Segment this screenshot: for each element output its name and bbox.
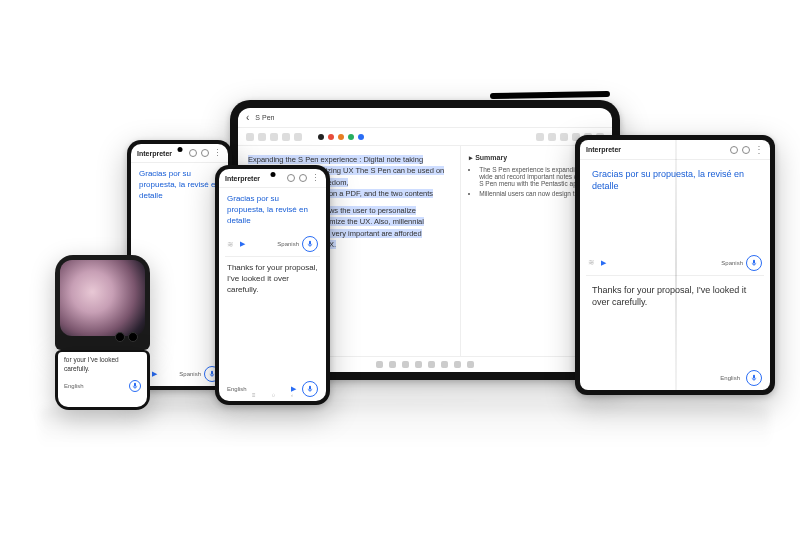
header-icon[interactable] (189, 149, 197, 157)
source-language-pill[interactable]: Spanish (179, 366, 220, 382)
home-icon[interactable]: ○ (271, 392, 275, 398)
flip-phone-lower: for your I've looked carefully. English (55, 350, 150, 410)
target-controls: English (58, 378, 147, 394)
waveform-icon[interactable]: ≋ (227, 240, 234, 249)
more-icon[interactable]: ⋮ (754, 144, 764, 155)
android-nav-bar: ≡ ○ ‹ (219, 391, 326, 399)
header-icon[interactable] (299, 174, 307, 182)
pen-color-black[interactable] (318, 134, 324, 140)
source-controls: ≋ ▶ Spanish (219, 232, 326, 256)
phone-screen: Interpreter ⋮ Gracias por su propuesta, … (219, 169, 326, 401)
header-icon[interactable] (730, 146, 738, 154)
pen-color-green[interactable] (348, 134, 354, 140)
footer-tool-icon[interactable] (428, 361, 435, 368)
tool-icon[interactable] (270, 133, 278, 141)
footer-tool-icon[interactable] (389, 361, 396, 368)
app-title: Interpreter (586, 146, 726, 153)
original-text: Thanks for your proposal, I've looked it… (219, 257, 326, 301)
waveform-icon[interactable]: ≋ (588, 258, 595, 267)
language-label: English (64, 383, 84, 389)
tool-icon[interactable] (560, 133, 568, 141)
mic-button[interactable] (746, 370, 762, 386)
footer-tool-icon[interactable] (454, 361, 461, 368)
pen-color-red[interactable] (328, 134, 334, 140)
footer-tool-icon[interactable] (376, 361, 383, 368)
header-icon[interactable] (201, 149, 209, 157)
back-nav-icon[interactable]: ‹ (291, 392, 293, 398)
translated-text: Gracias por su propuesta, la revisé en d… (219, 188, 326, 232)
footer-tool-icon[interactable] (441, 361, 448, 368)
language-label: Spanish (277, 241, 299, 247)
tool-icon[interactable] (536, 133, 544, 141)
language-label: Spanish (721, 260, 743, 266)
tool-icon[interactable] (246, 133, 254, 141)
phone-device: Interpreter ⋮ Gracias por su propuesta, … (215, 165, 330, 405)
tool-icon[interactable] (548, 133, 556, 141)
fold-phone-device: Interpreter ⋮ Gracias por su propuesta, … (575, 135, 775, 395)
pen-color-blue[interactable] (358, 134, 364, 140)
header-icon[interactable] (742, 146, 750, 154)
header-icon[interactable] (287, 174, 295, 182)
camera-punch-hole (270, 172, 275, 177)
tool-icon[interactable] (258, 133, 266, 141)
language-label: Spanish (179, 371, 201, 377)
source-language-pill[interactable]: Spanish (277, 236, 318, 252)
footer-tool-icon[interactable] (415, 361, 422, 368)
footer-tool-icon[interactable] (467, 361, 474, 368)
play-icon[interactable]: ▶ (152, 370, 157, 378)
tablet-toolbar (238, 128, 612, 146)
recents-icon[interactable]: ≡ (252, 392, 256, 398)
tool-icon[interactable] (282, 133, 290, 141)
more-icon[interactable]: ⋮ (213, 148, 222, 158)
tablet-title-bar: ‹ S Pen (238, 108, 612, 128)
target-language-pill[interactable]: English (64, 383, 84, 389)
product-lineup-stage: ‹ S Pen (0, 0, 800, 533)
mic-button[interactable] (302, 236, 318, 252)
mic-button[interactable] (129, 380, 141, 392)
play-icon[interactable]: ▶ (240, 240, 245, 248)
reflection (40, 400, 770, 470)
language-label: English (720, 375, 740, 381)
original-text-partial: for your I've looked carefully. (58, 352, 147, 378)
translated-text: Gracias por su propuesta, la revisé en d… (131, 163, 228, 207)
play-icon[interactable]: ▶ (601, 259, 606, 267)
flip-lower-screen: for your I've looked carefully. English (58, 352, 147, 407)
mic-button[interactable] (746, 255, 762, 271)
fold-crease (675, 140, 677, 390)
more-icon[interactable]: ⋮ (311, 173, 320, 183)
cover-screen-wallpaper (60, 260, 145, 336)
source-language-pill[interactable]: Spanish (721, 255, 762, 271)
camera-punch-hole (177, 147, 182, 152)
footer-tool-icon[interactable] (402, 361, 409, 368)
tool-icon[interactable] (294, 133, 302, 141)
back-icon[interactable]: ‹ (246, 112, 249, 123)
s-pen-stylus (490, 91, 610, 99)
flip-camera-module (115, 332, 138, 342)
pen-color-orange[interactable] (338, 134, 344, 140)
note-title: S Pen (255, 114, 274, 121)
flip-phone-cover (55, 255, 150, 350)
